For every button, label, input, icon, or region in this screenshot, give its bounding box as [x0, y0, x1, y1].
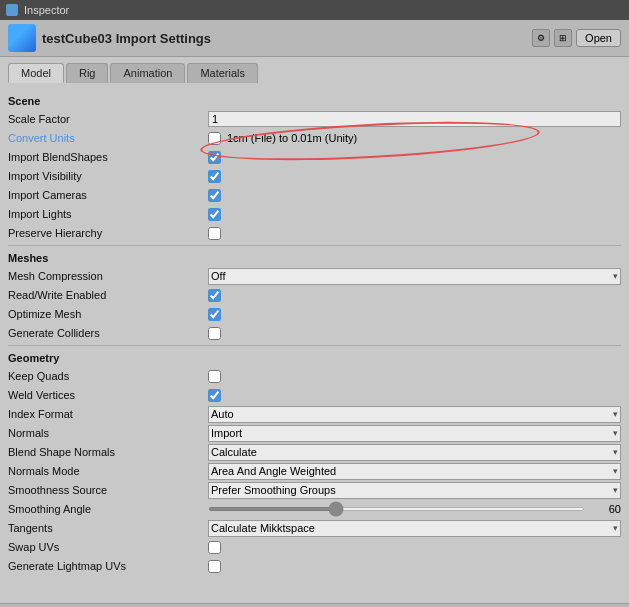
section-meshes: Meshes — [8, 252, 621, 264]
select-wrap-index-format: Auto 16 Bit 32 Bit — [208, 406, 621, 423]
label-blend-shape-normals: Blend Shape Normals — [8, 446, 208, 458]
label-generate-lightmap-uvs: Generate Lightmap UVs — [8, 560, 208, 572]
inspector-icon — [6, 4, 18, 16]
select-mesh-compression[interactable]: Off Low Medium High — [208, 268, 621, 285]
value-import-cameras — [208, 189, 621, 202]
checkbox-convert-units[interactable] — [208, 132, 221, 145]
row-smoothness-source: Smoothness Source Prefer Smoothing Group… — [8, 481, 621, 499]
tab-animation[interactable]: Animation — [110, 63, 185, 83]
checkbox-import-visibility[interactable] — [208, 170, 221, 183]
value-import-blendshapes — [208, 151, 621, 164]
section-scene: Scene — [8, 95, 621, 107]
select-smoothness-source[interactable]: Prefer Smoothing Groups From Smoothing G… — [208, 482, 621, 499]
checkbox-import-cameras[interactable] — [208, 189, 221, 202]
value-import-visibility — [208, 170, 621, 183]
asset-title: testCube03 Import Settings — [42, 31, 211, 46]
checkbox-preserve-hierarchy[interactable] — [208, 227, 221, 240]
value-generate-lightmap-uvs — [208, 560, 621, 573]
label-optimize-mesh: Optimize Mesh — [8, 308, 208, 320]
value-scale-factor — [208, 111, 621, 127]
asset-icon — [8, 24, 36, 52]
value-import-lights — [208, 208, 621, 221]
checkbox-keep-quads[interactable] — [208, 370, 221, 383]
label-keep-quads: Keep Quads — [8, 370, 208, 382]
value-convert-units: 1cm (File) to 0.01m (Unity) — [208, 132, 621, 145]
title-bar-label: Inspector — [24, 4, 69, 16]
row-generate-colliders: Generate Colliders — [8, 324, 621, 342]
label-read-write-enabled: Read/Write Enabled — [8, 289, 208, 301]
select-blend-shape-normals[interactable]: Calculate Import None — [208, 444, 621, 461]
checkbox-optimize-mesh[interactable] — [208, 308, 221, 321]
select-normals-mode[interactable]: Area And Angle Weighted Unweighted Angle… — [208, 463, 621, 480]
label-smoothness-source: Smoothness Source — [8, 484, 208, 496]
convert-units-wrapper: 1cm (File) to 0.01m (Unity) — [208, 132, 357, 145]
row-weld-vertices: Weld Vertices — [8, 386, 621, 404]
layout-icon[interactable]: ⊞ — [554, 29, 572, 47]
value-weld-vertices — [208, 389, 621, 402]
select-wrap-normals: Import Calculate None — [208, 425, 621, 442]
value-read-write-enabled — [208, 289, 621, 302]
select-normals[interactable]: Import Calculate None — [208, 425, 621, 442]
checkbox-swap-uvs[interactable] — [208, 541, 221, 554]
input-scale-factor[interactable] — [208, 111, 621, 127]
row-import-blendshapes: Import BlendShapes — [8, 148, 621, 166]
tabs-bar: Model Rig Animation Materials — [0, 57, 629, 83]
row-scale-factor: Scale Factor — [8, 110, 621, 128]
label-tangents: Tangents — [8, 522, 208, 534]
row-import-visibility: Import Visibility — [8, 167, 621, 185]
tab-rig[interactable]: Rig — [66, 63, 109, 83]
checkbox-read-write-enabled[interactable] — [208, 289, 221, 302]
label-normals: Normals — [8, 427, 208, 439]
settings-icon[interactable]: ⚙ — [532, 29, 550, 47]
value-index-format: Auto 16 Bit 32 Bit — [208, 406, 621, 423]
bottom-bar: https://blog.csdn Revert Apply — [0, 603, 629, 607]
content-area: Scene Scale Factor Convert Units 1cm (Fi… — [0, 83, 629, 603]
row-optimize-mesh: Optimize Mesh — [8, 305, 621, 323]
convert-units-hint: 1cm (File) to 0.01m (Unity) — [227, 132, 357, 144]
row-blend-shape-normals: Blend Shape Normals Calculate Import Non… — [8, 443, 621, 461]
label-generate-colliders: Generate Colliders — [8, 327, 208, 339]
label-import-visibility: Import Visibility — [8, 170, 208, 182]
label-weld-vertices: Weld Vertices — [8, 389, 208, 401]
checkbox-import-lights[interactable] — [208, 208, 221, 221]
row-generate-lightmap-uvs: Generate Lightmap UVs — [8, 557, 621, 575]
row-swap-uvs: Swap UVs — [8, 538, 621, 556]
row-mesh-compression: Mesh Compression Off Low Medium High — [8, 267, 621, 285]
open-button[interactable]: Open — [576, 29, 621, 47]
row-import-cameras: Import Cameras — [8, 186, 621, 204]
checkbox-generate-colliders[interactable] — [208, 327, 221, 340]
select-wrap-mesh-compression: Off Low Medium High — [208, 268, 621, 285]
row-keep-quads: Keep Quads — [8, 367, 621, 385]
value-optimize-mesh — [208, 308, 621, 321]
header-bar: testCube03 Import Settings ⚙ ⊞ Open — [0, 20, 629, 57]
label-import-blendshapes: Import BlendShapes — [8, 151, 208, 163]
section-geometry: Geometry — [8, 352, 621, 364]
label-preserve-hierarchy: Preserve Hierarchy — [8, 227, 208, 239]
select-wrap-smoothness-source: Prefer Smoothing Groups From Smoothing G… — [208, 482, 621, 499]
value-smoothing-angle: 60 — [208, 503, 621, 515]
select-wrap-normals-mode: Area And Angle Weighted Unweighted Angle… — [208, 463, 621, 480]
value-swap-uvs — [208, 541, 621, 554]
label-smoothing-angle: Smoothing Angle — [8, 503, 208, 515]
select-index-format[interactable]: Auto 16 Bit 32 Bit — [208, 406, 621, 423]
tab-model[interactable]: Model — [8, 63, 64, 83]
value-keep-quads — [208, 370, 621, 383]
checkbox-generate-lightmap-uvs[interactable] — [208, 560, 221, 573]
value-smoothness-source: Prefer Smoothing Groups From Smoothing G… — [208, 482, 621, 499]
value-preserve-hierarchy — [208, 227, 621, 240]
checkbox-weld-vertices[interactable] — [208, 389, 221, 402]
value-mesh-compression: Off Low Medium High — [208, 268, 621, 285]
row-read-write-enabled: Read/Write Enabled — [8, 286, 621, 304]
label-import-cameras: Import Cameras — [8, 189, 208, 201]
checkbox-import-blendshapes[interactable] — [208, 151, 221, 164]
smoothing-angle-value: 60 — [591, 503, 621, 515]
select-tangents[interactable]: Calculate Mikktspace Import Calculate Le… — [208, 520, 621, 537]
value-tangents: Calculate Mikktspace Import Calculate Le… — [208, 520, 621, 537]
tab-materials[interactable]: Materials — [187, 63, 258, 83]
header-left: testCube03 Import Settings — [8, 24, 211, 52]
label-convert-units[interactable]: Convert Units — [8, 132, 208, 144]
row-index-format: Index Format Auto 16 Bit 32 Bit — [8, 405, 621, 423]
row-smoothing-angle: Smoothing Angle 60 — [8, 500, 621, 518]
row-preserve-hierarchy: Preserve Hierarchy — [8, 224, 621, 242]
slider-smoothing-angle[interactable] — [208, 507, 585, 511]
